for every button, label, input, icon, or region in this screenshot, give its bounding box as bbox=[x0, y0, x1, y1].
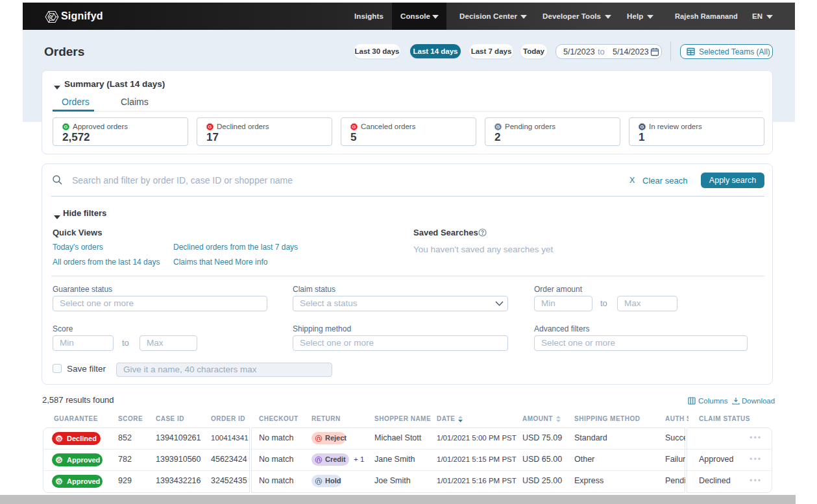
svg-text:G: G bbox=[57, 435, 61, 441]
svg-text:G: G bbox=[640, 124, 644, 130]
svg-text:G: G bbox=[208, 124, 212, 130]
svg-text:G: G bbox=[57, 457, 61, 462]
svg-text:G: G bbox=[64, 124, 68, 130]
svg-text:G: G bbox=[496, 124, 500, 130]
svg-text:G: G bbox=[352, 124, 356, 130]
svg-text:G: G bbox=[57, 478, 61, 484]
